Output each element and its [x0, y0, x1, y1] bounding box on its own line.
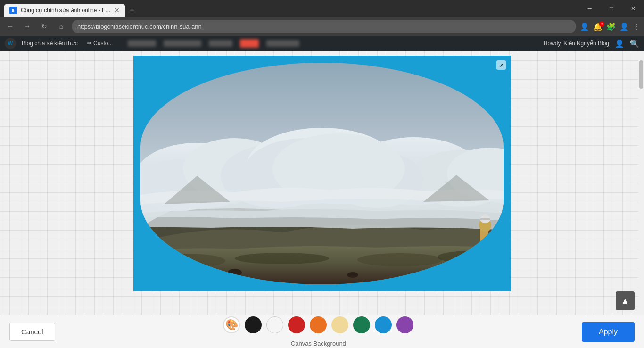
maximize-button[interactable]: □	[601, 0, 622, 17]
black-swatch[interactable]	[245, 316, 262, 333]
right-scrollbar[interactable]	[638, 51, 644, 348]
wp-logo: W	[5, 38, 16, 49]
svg-rect-21	[488, 230, 496, 242]
red-swatch[interactable]	[288, 316, 305, 333]
refresh-button[interactable]: ↻	[38, 20, 51, 33]
canvas-bg-label: Canvas Background	[291, 340, 346, 347]
notification-icon[interactable]: 🔔2	[593, 22, 603, 31]
svg-rect-23	[486, 243, 490, 255]
svg-point-3	[357, 253, 442, 266]
forward-button[interactable]: →	[21, 20, 34, 33]
bottom-toolbar: Cancel 🎨	[0, 315, 644, 348]
svg-point-20	[483, 214, 487, 218]
profile-icon[interactable]: 👤	[580, 22, 589, 31]
swatches-row: 🎨	[223, 316, 413, 333]
white-swatch[interactable]	[266, 316, 283, 333]
minimize-button[interactable]: ─	[579, 0, 601, 17]
tab-close-icon[interactable]: ✕	[114, 7, 120, 14]
apply-button[interactable]: Apply	[582, 322, 635, 342]
home-button[interactable]: ⌂	[55, 20, 68, 33]
cream-swatch[interactable]	[331, 316, 348, 333]
wp-user-info: Howdy, Kiến Nguyễn Blog 👤 🔍	[544, 39, 639, 48]
tab-title: Công cụ chỉnh sửa ảnh online - E...	[21, 7, 110, 14]
canvas-image	[140, 63, 504, 284]
main-canvas-area: ⤢ ▲ Cancel 🎨	[0, 51, 644, 348]
wp-customize-link[interactable]: ✏ Custo...	[83, 36, 117, 51]
canvas-wrapper: ⤢	[133, 56, 511, 291]
canvas-background: ⤢	[133, 56, 511, 291]
green-swatch[interactable]	[353, 316, 370, 333]
wp-search-icon[interactable]: 🔍	[630, 39, 639, 48]
svg-point-24	[228, 269, 242, 276]
back-button[interactable]: ←	[4, 20, 17, 33]
cancel-button[interactable]: Cancel	[9, 323, 55, 341]
extensions-icon[interactable]: 🧩	[606, 22, 616, 31]
user-avatar[interactable]: 👤	[619, 22, 629, 31]
address-bar-input[interactable]: https://blogchiasekienthuc.com/chinh-sua…	[72, 20, 576, 33]
scene-svg	[140, 63, 504, 284]
close-button[interactable]: ✕	[622, 0, 644, 17]
scroll-to-top-button[interactable]: ▲	[616, 291, 635, 310]
browser-tab[interactable]: B Công cụ chỉnh sửa ảnh online - E... ✕	[4, 4, 125, 17]
resize-handle[interactable]: ⤢	[496, 60, 506, 70]
color-swatches-group: 🎨 Canvas Background	[223, 316, 413, 347]
blue-swatch[interactable]	[375, 316, 392, 333]
menu-icon[interactable]: ⋮	[633, 22, 640, 31]
new-tab-button[interactable]: +	[125, 4, 139, 17]
svg-point-25	[347, 272, 358, 278]
orange-swatch[interactable]	[310, 316, 327, 333]
svg-point-1	[150, 254, 225, 268]
svg-rect-22	[480, 243, 484, 255]
svg-point-4	[438, 251, 504, 263]
url-text: https://blogchiasekienthuc.com/chinh-sua…	[77, 23, 202, 30]
wp-user-avatar[interactable]: 👤	[615, 39, 624, 48]
wp-blog-link[interactable]: Blog chia sẻ kiến thức	[18, 36, 82, 51]
scrollbar-thumb[interactable]	[639, 60, 643, 89]
svg-point-2	[235, 253, 329, 264]
svg-rect-19	[480, 218, 490, 220]
svg-point-26	[438, 266, 455, 274]
palette-swatch[interactable]: 🎨	[223, 316, 240, 333]
purple-swatch[interactable]	[396, 316, 413, 333]
tab-favicon: B	[9, 7, 17, 14]
